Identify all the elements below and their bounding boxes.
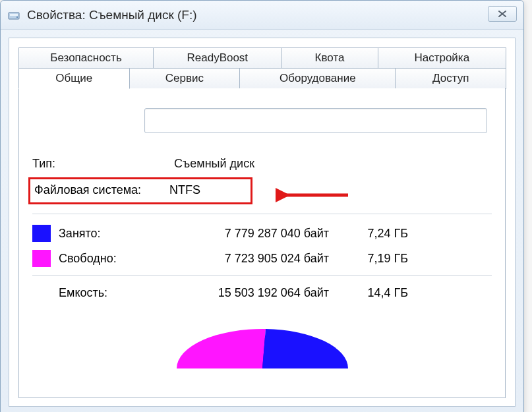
dialog-content: Безопасность ReadyBoost Квота Настройка … (9, 38, 516, 407)
type-row: Тип: Съемный диск (32, 157, 492, 171)
free-color-swatch (32, 250, 51, 267)
tab-customize[interactable]: Настройка (378, 47, 506, 68)
type-label: Тип: (32, 157, 174, 171)
capacity-gb: 14,4 ГБ (349, 286, 408, 300)
close-icon (498, 10, 507, 18)
tab-tools[interactable]: Сервис (129, 68, 241, 89)
used-label: Занято: (59, 227, 177, 241)
filesystem-label: Файловая система: (34, 183, 169, 197)
used-space-row: Занято: 7 779 287 040 байт 7,24 ГБ (32, 225, 492, 242)
disk-usage-pie (163, 316, 361, 368)
tab-readyboost[interactable]: ReadyBoost (153, 47, 281, 68)
filesystem-value: NTFS (169, 183, 200, 197)
svg-rect-1 (10, 14, 18, 16)
window-title: Свойства: Съемный диск (F:) (27, 8, 197, 22)
separator (32, 214, 492, 214)
volume-label-input[interactable] (144, 108, 487, 133)
general-panel: Тип: Съемный диск Файловая система: NTFS (18, 88, 506, 398)
free-gb: 7,19 ГБ (349, 252, 408, 266)
properties-window: Свойства: Съемный диск (F:) Безопасность… (0, 0, 524, 412)
type-value: Съемный диск (174, 157, 492, 171)
used-bytes: 7 779 287 040 байт (177, 227, 349, 241)
capacity-bytes: 15 503 192 064 байт (177, 286, 349, 300)
annotation-arrow-icon (276, 186, 355, 206)
capacity-row: Емкость: 15 503 192 064 байт 14,4 ГБ (32, 286, 492, 300)
drive-icon (7, 9, 20, 22)
filesystem-highlight: Файловая система: NTFS (28, 177, 252, 204)
free-space-row: Свободно: 7 723 905 024 байт 7,19 ГБ (32, 250, 492, 267)
separator (32, 275, 492, 276)
free-bytes: 7 723 905 024 байт (177, 252, 349, 266)
used-gb: 7,24 ГБ (349, 227, 408, 241)
capacity-label: Емкость: (32, 286, 177, 300)
tab-quota[interactable]: Квота (281, 47, 378, 68)
titlebar[interactable]: Свойства: Съемный диск (F:) (1, 1, 523, 30)
tab-strip: Безопасность ReadyBoost Квота Настройка … (18, 47, 506, 89)
used-color-swatch (32, 225, 51, 242)
tab-sharing[interactable]: Доступ (395, 68, 506, 89)
tab-general[interactable]: Общие (18, 68, 130, 89)
free-label: Свободно: (59, 252, 177, 266)
tab-hardware[interactable]: Оборудование (239, 68, 396, 89)
svg-point-2 (16, 16, 18, 18)
tab-security[interactable]: Безопасность (18, 47, 154, 68)
close-button[interactable] (488, 6, 517, 22)
